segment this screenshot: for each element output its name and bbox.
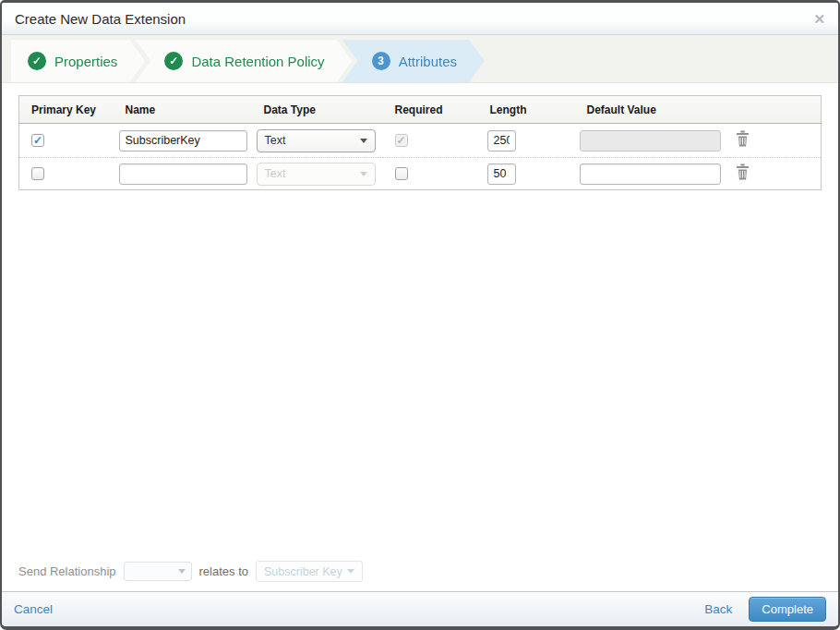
complete-button[interactable]: Complete [749,597,826,622]
default-value-field [580,130,721,151]
required-checkbox: ✓ [395,134,408,147]
chevron-down-icon [360,139,367,143]
step-properties[interactable]: ✓ Properties [11,40,145,82]
name-field[interactable] [119,164,247,185]
step-label: Properties [54,54,117,69]
relates-to-label: relates to [199,564,248,578]
data-type-select: Text [257,163,376,186]
table-row: Text [19,158,822,190]
step-number-badge: 3 [372,52,390,70]
col-header-default-value: Default Value [575,96,730,124]
chevron-down-icon [347,569,354,574]
data-type-value: Text [265,167,360,180]
check-icon: ✓ [28,52,46,70]
send-relationship-label: Send Relationship [18,564,116,578]
wizard-stepbar: ✓ Properties ✓ Data Retention Policy 3 A… [2,34,838,83]
required-checkbox[interactable] [395,167,408,180]
subscriber-key-value: Subscriber Key [264,565,342,578]
modal-footer: Cancel Back Complete [2,591,838,626]
step-attributes[interactable]: 3 Attributes [342,40,485,82]
back-link[interactable]: Back [704,602,732,616]
modal-title: Create New Data Extension [15,11,186,27]
attributes-table: Primary Key Name Data Type Required Leng… [18,95,822,190]
col-header-data-type: Data Type [252,96,383,124]
col-header-name: Name [114,96,252,124]
modal-titlebar: Create New Data Extension ✕ [2,3,838,34]
step-label: Attributes [399,54,457,69]
primary-key-checkbox[interactable] [31,167,44,180]
send-relationship-row: Send Relationship relates to Subscriber … [18,561,363,582]
col-header-actions [730,96,822,124]
length-field[interactable] [487,164,516,185]
chevron-down-icon [178,569,186,574]
data-type-value: Text [265,134,360,147]
trash-icon[interactable] [736,164,750,180]
length-field[interactable] [487,130,516,151]
col-header-required: Required [383,96,478,124]
col-header-length: Length [478,96,575,124]
table-row: ✓ Text ✓ [19,124,822,158]
step-label: Data Retention Policy [191,54,324,69]
check-icon: ✓ [164,52,183,70]
cancel-link[interactable]: Cancel [14,602,53,616]
chevron-down-icon [360,172,367,176]
name-field[interactable] [119,130,247,151]
primary-key-checkbox[interactable]: ✓ [31,134,44,147]
data-type-select[interactable]: Text [257,129,376,152]
attributes-panel: Primary Key Name Data Type Required Leng… [2,83,838,591]
trash-icon[interactable] [736,130,750,147]
send-relationship-select [124,562,192,581]
create-data-extension-modal: Create New Data Extension ✕ ✓ Properties… [0,0,840,630]
subscriber-key-select: Subscriber Key [256,561,363,582]
step-data-retention-policy[interactable]: ✓ Data Retention Policy [135,40,352,82]
default-value-field[interactable] [580,164,721,185]
table-header-row: Primary Key Name Data Type Required Leng… [19,96,822,124]
close-icon[interactable]: ✕ [813,12,825,26]
col-header-primary-key: Primary Key [19,96,114,124]
